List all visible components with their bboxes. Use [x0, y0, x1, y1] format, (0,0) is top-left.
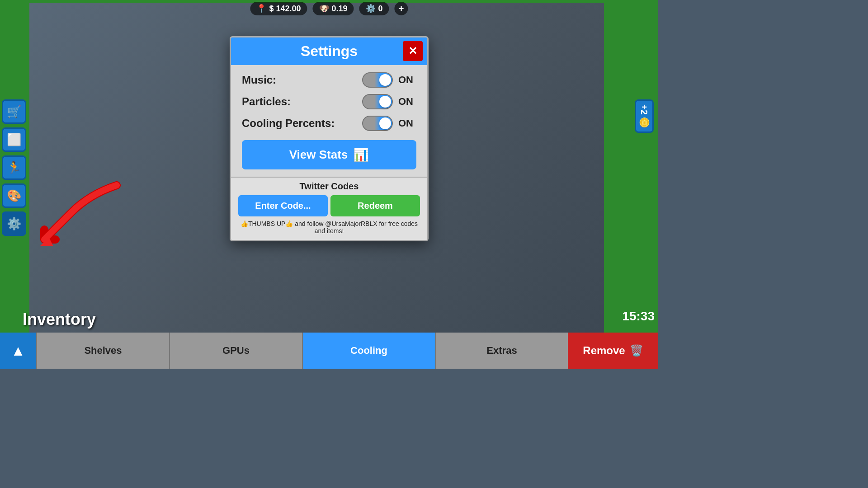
particles-label: Particles: — [242, 95, 291, 108]
bottom-bar: ▲ Shelves GPUs Cooling Extras Remove 🗑️ — [0, 333, 658, 369]
enter-code-button[interactable]: Enter Code... — [238, 195, 328, 216]
tab-cooling[interactable]: Cooling — [302, 333, 435, 369]
view-stats-button[interactable]: View Stats 📊 — [242, 140, 416, 169]
particles-toggle[interactable] — [362, 94, 393, 109]
dog-coin-icon: 🐶 — [319, 4, 329, 14]
sidebar-settings-button[interactable]: ⚙️ — [2, 211, 26, 236]
sidebar-shelves-button[interactable]: ⬜ — [2, 127, 26, 152]
money-value: $ 142.00 — [269, 4, 301, 14]
twitter-section: Twitter Codes Enter Code... Redeem 👍THUM… — [231, 178, 427, 240]
red-arrow-indicator — [26, 176, 126, 250]
music-toggle[interactable] — [362, 72, 393, 88]
cooling-percents-toggle[interactable] — [362, 116, 393, 131]
bonus-value: +2 — [639, 104, 649, 115]
inventory-label: Inventory — [23, 310, 96, 329]
tab-gpus[interactable]: GPUs — [169, 333, 302, 369]
sidebar-paint-button[interactable]: 🎨 — [2, 183, 26, 208]
settings-dialog: Settings ✕ Music: ON Particles: — [230, 36, 429, 241]
code-input-row: Enter Code... Redeem — [238, 195, 420, 216]
stats-bar-icon: 📊 — [353, 147, 369, 162]
location-icon: 📍 — [256, 4, 266, 14]
particles-setting-right: ON — [362, 94, 416, 109]
settings-title: Settings — [301, 43, 358, 60]
trash-icon: 🗑️ — [630, 344, 643, 357]
left-sidebar: 🛒 ⬜ 🏃 🎨 ⚙️ — [2, 99, 26, 236]
coin1-value: 0.19 — [332, 4, 348, 14]
cooling-percents-toggle-knob — [379, 117, 391, 129]
bonus-coin-icon: 🪙 — [639, 117, 649, 128]
gear-coin-icon: ⚙️ — [366, 4, 376, 14]
music-setting-right: ON — [362, 72, 416, 88]
redeem-button[interactable]: Redeem — [330, 195, 420, 216]
coin2-value: 0 — [378, 4, 383, 14]
cooling-percents-label: Cooling Percents: — [242, 117, 335, 130]
sidebar-cart-button[interactable]: 🛒 — [2, 99, 26, 124]
particles-toggle-knob — [379, 96, 391, 108]
coin2-display: ⚙️ 0 — [359, 2, 389, 15]
music-toggle-knob — [379, 74, 391, 86]
cooling-percents-setting-row: Cooling Percents: ON — [242, 116, 416, 131]
twitter-label: Twitter Codes — [238, 181, 420, 192]
cooling-percents-setting-right: ON — [362, 116, 416, 131]
cooling-percents-status: ON — [398, 117, 416, 129]
settings-overlay: Settings ✕ Music: ON Particles: — [230, 36, 429, 241]
twitter-hint-text: 👍THUMBS UP👍 and follow @UrsaMajorRBLX fo… — [238, 220, 420, 235]
particles-status: ON — [398, 96, 416, 108]
tab-extras[interactable]: Extras — [435, 333, 568, 369]
plus-button[interactable]: + — [395, 2, 408, 15]
top-hud: 📍 $ 142.00 🐶 0.19 ⚙️ 0 + — [243, 0, 415, 17]
settings-header: Settings ✕ — [231, 38, 427, 65]
remove-label: Remove — [583, 344, 625, 357]
money-display: 📍 $ 142.00 — [250, 2, 307, 15]
sidebar-character-button[interactable]: 🏃 — [2, 155, 26, 180]
particles-setting-row: Particles: ON — [242, 94, 416, 109]
tab-shelves[interactable]: Shelves — [36, 333, 169, 369]
remove-button[interactable]: Remove 🗑️ — [568, 333, 658, 369]
music-setting-row: Music: ON — [242, 72, 416, 88]
tab-up-button[interactable]: ▲ — [0, 333, 36, 369]
coin1-display: 🐶 0.19 — [313, 2, 354, 15]
settings-body: Music: ON Particles: ON — [231, 65, 427, 177]
music-status: ON — [398, 74, 416, 86]
up-arrow-icon: ▲ — [11, 343, 25, 359]
view-stats-label: View Stats — [289, 148, 348, 162]
game-timer: 15:33 — [622, 309, 655, 324]
bonus-display: +2 🪙 — [635, 99, 654, 133]
music-label: Music: — [242, 74, 276, 86]
settings-close-button[interactable]: ✕ — [403, 41, 423, 61]
